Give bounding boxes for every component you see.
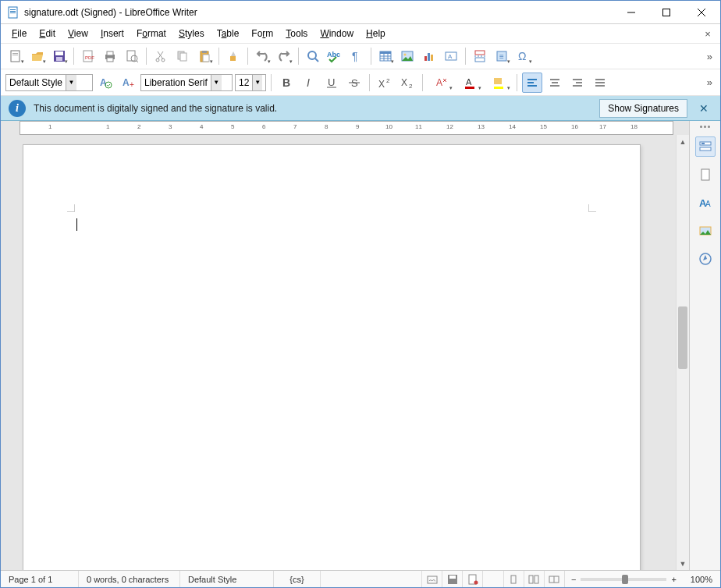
- sidebar-styles-button[interactable]: AA: [695, 193, 716, 213]
- view-book-button[interactable]: [545, 571, 565, 587]
- maximize-button[interactable]: [648, 1, 684, 23]
- zoom-out-icon[interactable]: −: [571, 575, 576, 584]
- new-style-button[interactable]: A+: [118, 73, 138, 93]
- menu-tools[interactable]: Tools: [279, 27, 314, 41]
- ruler-number: 7: [293, 123, 297, 130]
- scroll-down-icon[interactable]: ▼: [677, 557, 689, 570]
- print-button[interactable]: [100, 46, 120, 66]
- sidebar-options-icon[interactable]: [698, 126, 713, 129]
- zoom-percent[interactable]: 100%: [683, 571, 720, 587]
- menu-insert[interactable]: Insert: [94, 27, 130, 41]
- svg-rect-17: [107, 51, 113, 55]
- view-multi-page-button[interactable]: [524, 571, 545, 587]
- new-button[interactable]: [5, 46, 26, 66]
- scroll-up-icon[interactable]: ▲: [677, 135, 689, 148]
- text-cursor: [76, 218, 77, 231]
- paragraph-style-value: Default Style: [9, 77, 62, 88]
- paragraph-style-combo[interactable]: Default Style▼: [5, 74, 93, 91]
- vertical-ruler[interactable]: [1, 135, 20, 570]
- copy-button[interactable]: [172, 46, 193, 66]
- sidebar-properties-button[interactable]: [695, 136, 716, 157]
- export-pdf-button[interactable]: PDF: [78, 46, 98, 66]
- sidebar-navigator-button[interactable]: [695, 249, 716, 269]
- find-replace-button[interactable]: [303, 46, 323, 66]
- print-preview-button[interactable]: [122, 46, 142, 66]
- insert-table-button[interactable]: [375, 46, 396, 66]
- status-doc-modified-icon[interactable]: [463, 571, 483, 587]
- menu-help[interactable]: Help: [360, 27, 392, 41]
- save-button[interactable]: [49, 46, 69, 66]
- svg-rect-10: [12, 55, 18, 55]
- sidebar-gallery-button[interactable]: [695, 221, 716, 241]
- zoom-control[interactable]: − +: [565, 575, 683, 584]
- view-single-page-button[interactable]: [504, 571, 524, 587]
- strikethrough-button[interactable]: S: [344, 73, 364, 93]
- svg-rect-77: [494, 87, 503, 89]
- close-infobar-button[interactable]: ✕: [695, 100, 712, 117]
- sidebar-page-button[interactable]: [695, 165, 716, 185]
- document-area[interactable]: [20, 135, 676, 570]
- status-page[interactable]: Page 1 of 1: [1, 571, 79, 587]
- close-document-button[interactable]: ×: [700, 28, 716, 40]
- bold-button[interactable]: B: [276, 73, 297, 93]
- superscript-button[interactable]: X2: [375, 73, 395, 93]
- italic-button[interactable]: I: [299, 73, 319, 93]
- paste-button[interactable]: [194, 46, 215, 66]
- horizontal-ruler[interactable]: 1123456789101112131415161718: [1, 121, 689, 135]
- vertical-scrollbar[interactable]: ▲ ▼: [676, 135, 689, 570]
- update-style-button[interactable]: A: [95, 73, 115, 93]
- page[interactable]: [23, 144, 641, 570]
- font-color-button[interactable]: A: [456, 73, 483, 93]
- font-size-combo[interactable]: 12▼: [235, 74, 266, 91]
- svg-rect-48: [431, 55, 433, 61]
- ruler-number: 13: [478, 123, 485, 130]
- minimize-button[interactable]: [613, 1, 648, 23]
- font-name-combo[interactable]: Liberation Serif▼: [140, 74, 233, 91]
- menu-form[interactable]: Form: [245, 27, 279, 41]
- status-save-icon[interactable]: [442, 571, 463, 587]
- spellcheck-button[interactable]: Abc: [325, 46, 345, 66]
- highlight-color-button[interactable]: [485, 73, 512, 93]
- redo-button[interactable]: [274, 46, 294, 66]
- menu-format[interactable]: Format: [130, 27, 172, 41]
- insert-symbol-button[interactable]: Ω: [513, 46, 534, 66]
- subscript-button[interactable]: X2: [397, 73, 417, 93]
- insert-image-button[interactable]: [397, 46, 417, 66]
- clone-formatting-button[interactable]: [223, 46, 243, 66]
- status-signature-icon[interactable]: [422, 571, 442, 587]
- menu-file[interactable]: File: [5, 27, 33, 41]
- open-button[interactable]: [27, 46, 48, 66]
- align-justify-button[interactable]: [590, 73, 610, 93]
- format-toolbar-overflow-button[interactable]: »: [704, 76, 716, 88]
- cut-button[interactable]: [151, 46, 171, 66]
- menu-table[interactable]: Table: [211, 27, 246, 41]
- menu-view[interactable]: View: [62, 27, 94, 41]
- formatting-marks-button[interactable]: ¶: [346, 46, 367, 66]
- align-left-button[interactable]: [522, 73, 542, 93]
- menu-window[interactable]: Window: [314, 27, 360, 41]
- insert-field-button[interactable]: ≡: [492, 46, 512, 66]
- underline-button[interactable]: U: [321, 73, 342, 93]
- status-style[interactable]: Default Style: [180, 571, 274, 587]
- svg-rect-8: [11, 51, 20, 62]
- status-language[interactable]: {cs}: [274, 571, 321, 587]
- status-word-count[interactable]: 0 words, 0 characters: [79, 571, 180, 587]
- align-right-button[interactable]: [567, 73, 588, 93]
- insert-textbox-button[interactable]: A: [441, 46, 461, 66]
- zoom-in-icon[interactable]: +: [671, 575, 676, 584]
- insert-chart-button[interactable]: [419, 46, 439, 66]
- toolbar-overflow-button[interactable]: »: [704, 51, 716, 62]
- menu-styles[interactable]: Styles: [172, 27, 211, 41]
- scroll-thumb[interactable]: [678, 306, 687, 369]
- clear-formatting-button[interactable]: A: [428, 73, 454, 93]
- undo-button[interactable]: [252, 46, 272, 66]
- align-center-button[interactable]: [545, 73, 565, 93]
- font-size-value: 12: [239, 77, 249, 88]
- show-signatures-button[interactable]: Show Signatures: [599, 99, 687, 118]
- close-window-button[interactable]: [684, 1, 719, 23]
- menu-edit[interactable]: Edit: [33, 27, 62, 41]
- svg-rect-103: [511, 576, 516, 583]
- zoom-slider[interactable]: [581, 578, 666, 581]
- page-break-button[interactable]: [470, 46, 490, 66]
- ruler-number: 5: [231, 123, 234, 130]
